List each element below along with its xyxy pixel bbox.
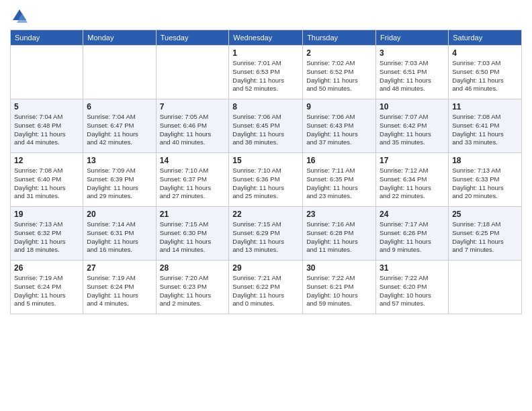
day-number: 28	[160, 263, 226, 273]
table-row: 20Sunrise: 7:14 AM Sunset: 6:31 PM Dayli…	[83, 207, 156, 261]
day-info: Sunrise: 7:06 AM Sunset: 6:43 PM Dayligh…	[306, 113, 372, 147]
table-row: 22Sunrise: 7:15 AM Sunset: 6:29 PM Dayli…	[229, 207, 303, 261]
day-number: 11	[452, 102, 518, 111]
day-info: Sunrise: 7:22 AM Sunset: 6:20 PM Dayligh…	[380, 274, 445, 308]
header-friday: Friday	[376, 30, 449, 46]
day-info: Sunrise: 7:18 AM Sunset: 6:25 PM Dayligh…	[452, 220, 518, 255]
day-info: Sunrise: 7:15 AM Sunset: 6:29 PM Dayligh…	[232, 220, 299, 255]
day-number: 7	[160, 102, 226, 111]
day-info: Sunrise: 7:10 AM Sunset: 6:37 PM Dayligh…	[160, 167, 226, 201]
day-number: 14	[160, 156, 226, 165]
day-number: 13	[87, 156, 152, 165]
table-row: 9Sunrise: 7:06 AM Sunset: 6:43 PM Daylig…	[303, 99, 376, 153]
day-info: Sunrise: 7:09 AM Sunset: 6:39 PM Dayligh…	[87, 167, 152, 201]
day-info: Sunrise: 7:17 AM Sunset: 6:26 PM Dayligh…	[380, 220, 445, 255]
header-wednesday: Wednesday	[229, 30, 303, 46]
calendar-header-row: Sunday Monday Tuesday Wednesday Thursday…	[11, 30, 522, 46]
day-info: Sunrise: 7:03 AM Sunset: 6:50 PM Dayligh…	[452, 59, 518, 93]
day-number: 9	[306, 102, 372, 111]
header-saturday: Saturday	[449, 30, 522, 46]
table-row: 31Sunrise: 7:22 AM Sunset: 6:20 PM Dayli…	[376, 261, 449, 314]
table-row: 14Sunrise: 7:10 AM Sunset: 6:37 PM Dayli…	[156, 153, 229, 207]
day-info: Sunrise: 7:21 AM Sunset: 6:22 PM Dayligh…	[232, 274, 299, 308]
table-row: 7Sunrise: 7:05 AM Sunset: 6:46 PM Daylig…	[156, 99, 229, 153]
day-info: Sunrise: 7:16 AM Sunset: 6:28 PM Dayligh…	[306, 220, 372, 255]
header-tuesday: Tuesday	[156, 30, 229, 46]
table-row	[11, 46, 83, 99]
table-row: 30Sunrise: 7:22 AM Sunset: 6:21 PM Dayli…	[303, 261, 376, 314]
day-info: Sunrise: 7:19 AM Sunset: 6:24 PM Dayligh…	[14, 274, 79, 308]
day-number: 26	[14, 263, 79, 273]
day-number: 23	[306, 210, 372, 219]
day-number: 17	[380, 156, 445, 165]
day-number: 12	[14, 156, 79, 165]
day-number: 3	[380, 48, 445, 58]
table-row: 23Sunrise: 7:16 AM Sunset: 6:28 PM Dayli…	[303, 207, 376, 261]
day-info: Sunrise: 7:03 AM Sunset: 6:51 PM Dayligh…	[380, 59, 445, 93]
calendar: Sunday Monday Tuesday Wednesday Thursday…	[10, 30, 522, 314]
table-row: 6Sunrise: 7:04 AM Sunset: 6:47 PM Daylig…	[83, 99, 156, 153]
table-row: 17Sunrise: 7:12 AM Sunset: 6:34 PM Dayli…	[376, 153, 449, 207]
table-row: 8Sunrise: 7:06 AM Sunset: 6:45 PM Daylig…	[229, 99, 303, 153]
day-info: Sunrise: 7:04 AM Sunset: 6:47 PM Dayligh…	[87, 113, 152, 147]
table-row: 12Sunrise: 7:08 AM Sunset: 6:40 PM Dayli…	[11, 153, 83, 207]
table-row: 16Sunrise: 7:11 AM Sunset: 6:35 PM Dayli…	[303, 153, 376, 207]
day-info: Sunrise: 7:02 AM Sunset: 6:52 PM Dayligh…	[306, 59, 372, 93]
day-number: 16	[306, 156, 372, 165]
day-info: Sunrise: 7:10 AM Sunset: 6:36 PM Dayligh…	[232, 167, 299, 201]
calendar-week-row: 26Sunrise: 7:19 AM Sunset: 6:24 PM Dayli…	[11, 261, 522, 314]
day-number: 24	[380, 210, 445, 219]
table-row: 2Sunrise: 7:02 AM Sunset: 6:52 PM Daylig…	[303, 46, 376, 99]
table-row: 29Sunrise: 7:21 AM Sunset: 6:22 PM Dayli…	[229, 261, 303, 314]
table-row	[83, 46, 156, 99]
table-row: 25Sunrise: 7:18 AM Sunset: 6:25 PM Dayli…	[449, 207, 522, 261]
table-row: 24Sunrise: 7:17 AM Sunset: 6:26 PM Dayli…	[376, 207, 449, 261]
header	[10, 7, 522, 26]
header-sunday: Sunday	[11, 30, 83, 46]
table-row: 15Sunrise: 7:10 AM Sunset: 6:36 PM Dayli…	[229, 153, 303, 207]
header-monday: Monday	[83, 30, 156, 46]
day-info: Sunrise: 7:05 AM Sunset: 6:46 PM Dayligh…	[160, 113, 226, 147]
table-row: 3Sunrise: 7:03 AM Sunset: 6:51 PM Daylig…	[376, 46, 449, 99]
table-row: 13Sunrise: 7:09 AM Sunset: 6:39 PM Dayli…	[83, 153, 156, 207]
day-info: Sunrise: 7:04 AM Sunset: 6:48 PM Dayligh…	[14, 113, 79, 147]
day-number: 6	[87, 102, 152, 111]
day-info: Sunrise: 7:01 AM Sunset: 6:53 PM Dayligh…	[232, 59, 299, 93]
day-number: 22	[232, 210, 299, 219]
day-info: Sunrise: 7:07 AM Sunset: 6:42 PM Dayligh…	[380, 113, 445, 147]
day-info: Sunrise: 7:08 AM Sunset: 6:41 PM Dayligh…	[452, 113, 518, 147]
calendar-week-row: 12Sunrise: 7:08 AM Sunset: 6:40 PM Dayli…	[11, 153, 522, 207]
table-row	[449, 261, 522, 314]
day-number: 31	[380, 263, 445, 273]
logo-icon	[10, 7, 29, 26]
table-row: 27Sunrise: 7:19 AM Sunset: 6:24 PM Dayli…	[83, 261, 156, 314]
header-thursday: Thursday	[303, 30, 376, 46]
day-number: 1	[232, 48, 299, 58]
table-row: 19Sunrise: 7:13 AM Sunset: 6:32 PM Dayli…	[11, 207, 83, 261]
table-row: 26Sunrise: 7:19 AM Sunset: 6:24 PM Dayli…	[11, 261, 83, 314]
day-info: Sunrise: 7:08 AM Sunset: 6:40 PM Dayligh…	[14, 167, 79, 201]
day-info: Sunrise: 7:12 AM Sunset: 6:34 PM Dayligh…	[380, 167, 445, 201]
day-info: Sunrise: 7:22 AM Sunset: 6:21 PM Dayligh…	[306, 274, 372, 308]
calendar-week-row: 19Sunrise: 7:13 AM Sunset: 6:32 PM Dayli…	[11, 207, 522, 261]
day-number: 20	[87, 210, 152, 219]
table-row: 4Sunrise: 7:03 AM Sunset: 6:50 PM Daylig…	[449, 46, 522, 99]
table-row: 11Sunrise: 7:08 AM Sunset: 6:41 PM Dayli…	[449, 99, 522, 153]
table-row: 10Sunrise: 7:07 AM Sunset: 6:42 PM Dayli…	[376, 99, 449, 153]
table-row	[156, 46, 229, 99]
day-number: 18	[452, 156, 518, 165]
day-number: 15	[232, 156, 299, 165]
day-number: 2	[306, 48, 372, 58]
day-info: Sunrise: 7:11 AM Sunset: 6:35 PM Dayligh…	[306, 167, 372, 201]
calendar-week-row: 1Sunrise: 7:01 AM Sunset: 6:53 PM Daylig…	[11, 46, 522, 99]
day-number: 29	[232, 263, 299, 273]
day-info: Sunrise: 7:15 AM Sunset: 6:30 PM Dayligh…	[160, 220, 226, 255]
day-number: 27	[87, 263, 152, 273]
day-info: Sunrise: 7:06 AM Sunset: 6:45 PM Dayligh…	[232, 113, 299, 147]
day-number: 8	[232, 102, 299, 111]
day-number: 4	[452, 48, 518, 58]
table-row: 21Sunrise: 7:15 AM Sunset: 6:30 PM Dayli…	[156, 207, 229, 261]
table-row: 1Sunrise: 7:01 AM Sunset: 6:53 PM Daylig…	[229, 46, 303, 99]
table-row: 5Sunrise: 7:04 AM Sunset: 6:48 PM Daylig…	[11, 99, 83, 153]
day-number: 19	[14, 210, 79, 219]
